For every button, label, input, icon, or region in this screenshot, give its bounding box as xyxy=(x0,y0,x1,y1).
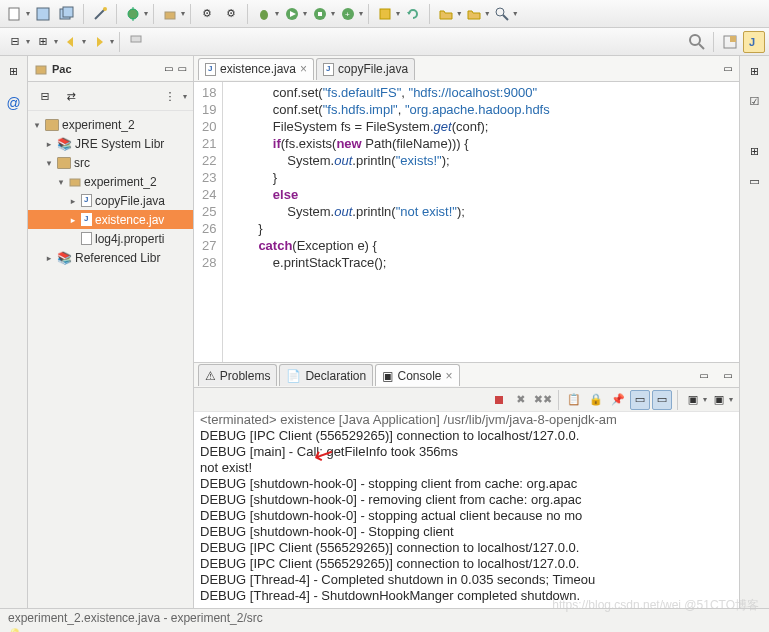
run-icon[interactable] xyxy=(281,3,303,25)
open-folder-icon[interactable] xyxy=(435,3,457,25)
console-output[interactable]: <terminated> existence [Java Application… xyxy=(194,412,739,608)
wand-icon[interactable] xyxy=(89,3,111,25)
hierarchy-icon[interactable]: ⊞ xyxy=(3,60,25,82)
search-wand-icon[interactable] xyxy=(491,3,513,25)
problems-icon: ⚠ xyxy=(205,369,216,383)
display-icon[interactable]: ▭ xyxy=(630,390,650,410)
cog2-icon[interactable]: ⚙ xyxy=(220,3,242,25)
rail-icon3[interactable]: ⊞ xyxy=(744,140,766,162)
tab-problems[interactable]: ⚠Problems xyxy=(198,364,277,386)
lib-icon: 📚 xyxy=(57,251,72,265)
tab-existence-label: existence.java xyxy=(220,62,296,76)
svg-rect-30 xyxy=(70,179,80,186)
tree-jre[interactable]: JRE System Libr xyxy=(75,137,164,151)
svg-rect-9 xyxy=(165,12,175,19)
toolbar-nav: ⊟▾ ⊞▾ ▾ ▾ J xyxy=(0,28,769,56)
tree-file1[interactable]: copyFile.java xyxy=(95,194,165,208)
new-console-icon[interactable]: ▣ xyxy=(709,390,729,410)
code-editor[interactable]: 1819202122232425262728 conf.set("fs.defa… xyxy=(194,82,739,362)
svg-rect-0 xyxy=(9,8,19,20)
svg-rect-23 xyxy=(131,36,141,42)
project-tree[interactable]: ▾experiment_2 ▸📚JRE System Libr ▾src ▾ex… xyxy=(28,111,193,271)
svg-rect-27 xyxy=(730,36,736,42)
left-rail: ⊞ @ xyxy=(0,56,28,608)
tree-pkg[interactable]: experiment_2 xyxy=(84,175,157,189)
open-folder2-icon[interactable] xyxy=(463,3,485,25)
tab-console[interactable]: ▣Console× xyxy=(375,364,459,386)
scroll-lock-icon[interactable]: 🔒 xyxy=(586,390,606,410)
svg-rect-31 xyxy=(495,396,503,404)
bulb-icon[interactable]: 💡 xyxy=(8,628,22,632)
status-bar: experiment_2.existence.java - experiment… xyxy=(0,608,769,628)
tree-refs[interactable]: Referenced Libr xyxy=(75,251,160,265)
run-bug-icon[interactable] xyxy=(253,3,275,25)
save-icon[interactable] xyxy=(32,3,54,25)
cog-icon[interactable]: ⚙ xyxy=(196,3,218,25)
new-pkg-icon[interactable] xyxy=(374,3,396,25)
terminate-icon[interactable] xyxy=(489,390,509,410)
svg-line-4 xyxy=(95,9,105,19)
svg-line-20 xyxy=(503,15,508,20)
display2-icon[interactable]: ▭ xyxy=(652,390,672,410)
tree-src[interactable]: src xyxy=(74,156,90,170)
remove-icon[interactable]: ✖ xyxy=(511,390,531,410)
svg-rect-14 xyxy=(318,12,322,16)
editor-tabs: existence.java× copyFile.java ▭ xyxy=(194,56,739,82)
java-persp-icon[interactable]: J xyxy=(743,31,765,53)
svg-point-24 xyxy=(690,35,700,45)
svg-text:+: + xyxy=(345,10,350,19)
console-min-icon[interactable]: ▭ xyxy=(693,364,715,386)
quick-access-icon[interactable] xyxy=(686,31,708,53)
at-icon[interactable]: @ xyxy=(3,92,25,114)
close-icon[interactable]: × xyxy=(300,62,307,76)
tab-console-label: Console xyxy=(398,369,442,383)
svg-rect-3 xyxy=(63,7,73,17)
link-icon[interactable]: ⇄ xyxy=(60,85,82,107)
console-max-icon[interactable]: ▭ xyxy=(717,364,739,386)
refresh-icon[interactable] xyxy=(402,3,424,25)
pac-label: Pac xyxy=(52,63,160,75)
open-console-icon[interactable]: ▣ xyxy=(683,390,703,410)
svg-rect-17 xyxy=(380,9,390,19)
svg-marker-18 xyxy=(407,12,411,15)
tree-project[interactable]: experiment_2 xyxy=(62,118,135,132)
tasks-icon[interactable]: ☑ xyxy=(744,90,766,112)
tab-existence[interactable]: existence.java× xyxy=(198,58,314,80)
clear-icon[interactable]: 📋 xyxy=(564,390,584,410)
jre-icon: 📚 xyxy=(57,137,72,151)
save-all-icon[interactable] xyxy=(56,3,78,25)
minimize-icon[interactable]: ▭ xyxy=(178,63,187,74)
remove-all-icon[interactable]: ✖✖ xyxy=(533,390,553,410)
tab-copyfile[interactable]: copyFile.java xyxy=(316,58,415,80)
run-ext2-icon[interactable]: + xyxy=(337,3,359,25)
editor-max-icon[interactable]: ▭ xyxy=(717,58,739,80)
svg-marker-21 xyxy=(67,37,73,47)
console-toolbar: ✖ ✖✖ 📋 🔒 📌 ▭ ▭ ▣▾ ▣▾ xyxy=(194,388,739,412)
collapse-icon[interactable]: ⊟ xyxy=(4,31,26,53)
console-icon: ▣ xyxy=(382,369,393,383)
collapse-all-icon[interactable]: ⊟ xyxy=(34,85,56,107)
filters-icon[interactable]: ⋮ xyxy=(159,85,181,107)
tab-declaration[interactable]: 📄Declaration xyxy=(279,364,373,386)
outline-icon[interactable]: ⊞ xyxy=(744,60,766,82)
tree-file3[interactable]: log4j.properti xyxy=(95,232,164,246)
fwd-icon[interactable] xyxy=(88,31,110,53)
tree-file2[interactable]: existence.jav xyxy=(95,213,164,227)
debug-icon[interactable] xyxy=(122,3,144,25)
rail-icon4[interactable]: ▭ xyxy=(744,170,766,192)
close-icon[interactable]: × xyxy=(446,369,453,383)
pin-console-icon[interactable]: 📌 xyxy=(608,390,628,410)
build-icon[interactable] xyxy=(159,3,181,25)
svg-line-25 xyxy=(699,44,704,49)
run-ext-icon[interactable] xyxy=(309,3,331,25)
back-icon[interactable] xyxy=(60,31,82,53)
new-icon[interactable] xyxy=(4,3,26,25)
persp-icon[interactable] xyxy=(719,31,741,53)
decl-icon: 📄 xyxy=(286,369,301,383)
svg-point-6 xyxy=(128,9,138,19)
pin-icon[interactable] xyxy=(125,31,147,53)
pkg-icon xyxy=(69,176,81,188)
restore-icon[interactable]: ▭ xyxy=(164,63,173,74)
expand-icon[interactable]: ⊞ xyxy=(32,31,54,53)
toolbar-main: ▾ ▾ ▾ ⚙ ⚙ ▾ ▾ ▾ +▾ ▾ ▾ ▾ ▾ xyxy=(0,0,769,28)
